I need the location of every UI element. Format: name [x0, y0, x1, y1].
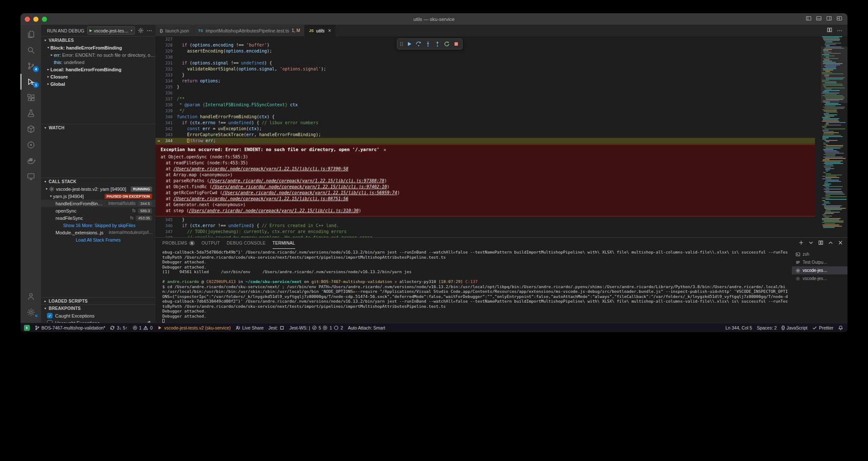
tab-output[interactable]: OUTPUT — [202, 238, 220, 249]
terminal-list-item[interactable]: vscode-jes… — [792, 266, 847, 274]
status-debug-session[interactable]: vscode-jest-tests.v2 (sku-service) — [157, 325, 231, 330]
scope-row[interactable]: ▾Block: handleErrorFromBinding — [41, 44, 155, 51]
toggle-panel-button[interactable] — [816, 15, 822, 23]
terminal-list-item[interactable]: vscode-jes… — [792, 274, 847, 283]
status-notifications[interactable] — [838, 325, 843, 330]
variable-row[interactable]: this: undefined — [41, 58, 155, 66]
variables-section-header[interactable]: ▾ VARIABLES — [41, 37, 155, 44]
breakpoint-row[interactable]: ✓Caught Exceptions — [41, 312, 155, 319]
status-live-share[interactable]: Live Share — [235, 325, 264, 330]
tab-utils[interactable]: JSutils× — [305, 25, 336, 36]
status-indentation[interactable]: Spaces: 2 — [757, 325, 777, 330]
close-panel-button[interactable] — [838, 239, 843, 247]
tab-terminal[interactable]: TERMINAL — [273, 238, 295, 249]
status-jest-ws[interactable]: Jest-WS: |512 — [289, 325, 343, 330]
activity-item-settings[interactable] — [21, 304, 41, 320]
status-cursor-position[interactable]: Ln 344, Col 5 — [725, 325, 752, 330]
restart-button[interactable] — [443, 40, 451, 48]
glyph-margin[interactable] — [155, 102, 161, 108]
maximize-panel-button[interactable] — [828, 239, 833, 247]
glyph-margin[interactable] — [155, 108, 161, 114]
stack-frame-row[interactable]: Module._extensions..jsinternal/modules/c… — [41, 229, 155, 236]
toggle-secondary-sidebar-button[interactable] — [826, 15, 832, 23]
activity-item-source-control[interactable]: 4 — [21, 58, 41, 74]
glyph-margin[interactable] — [155, 78, 161, 84]
activity-item-containers[interactable] — [21, 121, 41, 137]
activity-item-testing[interactable] — [21, 105, 41, 121]
activity-item-npm[interactable] — [21, 137, 41, 153]
activity-item-extensions[interactable] — [21, 90, 41, 105]
title-bar[interactable]: utils — sku-service — [21, 13, 847, 25]
scope-row[interactable]: ▸Closure — [41, 73, 155, 80]
customize-layout-button[interactable] — [836, 15, 842, 23]
tab-debug-console[interactable]: DEBUG CONSOLE — [227, 238, 266, 249]
glyph-margin[interactable] — [155, 48, 161, 54]
status-git-branch[interactable]: BOS-7467-multishop-validation* — [35, 325, 105, 330]
glyph-margin[interactable] — [155, 126, 161, 132]
split-terminal-button[interactable] — [818, 239, 824, 247]
glyph-margin[interactable] — [155, 60, 161, 66]
loaded-scripts-section-header[interactable]: ▸ LOADED SCRIPTS — [41, 298, 155, 304]
status-remote[interactable] — [24, 325, 30, 331]
glyph-margin[interactable] — [155, 114, 161, 120]
glyph-margin[interactable] — [155, 132, 161, 138]
stack-trace-link[interactable]: /Users/andre.ricardo/.node/corepack/yarn… — [189, 208, 358, 213]
stack-frame-row[interactable]: handleErrorFromBindinginternal/fs/utils3… — [41, 200, 155, 207]
callstack-session-row[interactable]: ▾vscode-jest-tests.v2: yarn [94900]RUNNI… — [41, 185, 155, 193]
stack-trace-link[interactable]: /Users/andre.ricardo/.node/corepack/yarn… — [209, 178, 384, 183]
status-language-mode[interactable]: {}JavaScript — [781, 325, 807, 330]
stack-frame-row[interactable]: openSyncfs585:3 — [41, 207, 155, 214]
variable-row[interactable]: ▸err: Error: ENOENT: no such file or dir… — [41, 51, 155, 58]
new-terminal-button[interactable] — [798, 239, 804, 247]
glyph-margin[interactable] — [155, 229, 161, 235]
breakpoints-section-header[interactable]: ▾ BREAKPOINTS — [41, 305, 155, 312]
show-more-frames-link[interactable]: Show 16 More: Skipped by skipFiles — [41, 222, 155, 229]
start-debugging-icon[interactable]: ▶ — [90, 29, 92, 32]
glyph-margin[interactable] — [155, 235, 161, 237]
callstack-thread-row[interactable]: ▾yarn.js [94904]PAUSED ON EXCEPTION — [41, 193, 155, 200]
tab-import-multishop-test[interactable]: TSimportMultishopAttributesPipeline.test… — [194, 25, 305, 36]
toggle-primary-sidebar-button[interactable] — [806, 15, 812, 23]
zoom-window-button[interactable] — [42, 17, 47, 22]
terminal-list-item[interactable]: zsh — [792, 250, 847, 258]
glyph-margin[interactable] — [155, 120, 161, 126]
split-editor-button[interactable] — [827, 27, 833, 35]
continue-button[interactable] — [405, 40, 413, 48]
status-sync[interactable]: 3↓ 5↑ — [110, 325, 127, 330]
minimap[interactable] — [821, 36, 847, 237]
close-window-button[interactable] — [25, 17, 30, 22]
stack-trace-link[interactable]: /Users/andre.ricardo/.node/corepack/yarn… — [173, 166, 348, 171]
stack-trace-link[interactable]: /Users/andre.ricardo/.node/corepack/yarn… — [223, 190, 397, 195]
glyph-margin[interactable] — [155, 84, 161, 90]
breakpoint-row[interactable]: Uncaught Exceptions — [41, 319, 155, 323]
activity-item-remote-explorer[interactable] — [21, 169, 41, 184]
status-jest[interactable]: Jest: — [268, 325, 284, 330]
scope-row[interactable]: ▸Global — [41, 80, 155, 88]
glyph-margin[interactable] — [155, 96, 161, 102]
checkbox[interactable]: ✓ — [47, 313, 53, 318]
activity-item-accounts[interactable] — [21, 289, 41, 304]
terminal-output[interactable]: ebug-callback-5da75d786dcfb49b"}' /Users… — [155, 249, 792, 323]
more-actions-icon[interactable]: ⋯ — [837, 27, 842, 34]
step-out-button[interactable] — [433, 40, 442, 48]
close-icon[interactable]: ✕ — [384, 147, 386, 152]
glyph-margin[interactable] — [155, 36, 161, 42]
step-over-button[interactable] — [414, 40, 423, 48]
terminal-list-item[interactable]: Test Outpu… — [792, 258, 847, 266]
glyph-margin[interactable] — [155, 72, 161, 78]
activity-item-run-and-debug[interactable]: 1 — [21, 74, 41, 90]
status-auto-attach[interactable]: Auto Attach: Smart — [348, 325, 385, 330]
activity-item-explorer[interactable] — [21, 26, 41, 42]
call-stack-section-header[interactable]: ▾ CALL STACK — [41, 178, 155, 185]
stack-trace-link[interactable]: /Users/andre.ricardo/.node/corepack/yarn… — [212, 184, 387, 189]
scope-row[interactable]: ▸Local: handleErrorFromBinding — [41, 66, 155, 73]
terminal-picker-button[interactable] — [808, 239, 814, 247]
glyph-margin[interactable] — [155, 90, 161, 96]
glyph-margin[interactable] — [155, 42, 161, 48]
activity-item-search[interactable] — [21, 42, 41, 58]
status-prettier[interactable]: Prettier — [812, 325, 833, 330]
glyph-margin[interactable] — [155, 223, 161, 229]
glyph-margin[interactable] — [155, 54, 161, 60]
glyph-margin[interactable] — [155, 217, 161, 223]
stack-frame-row[interactable]: readFileSyncfs453:35 — [41, 214, 155, 222]
